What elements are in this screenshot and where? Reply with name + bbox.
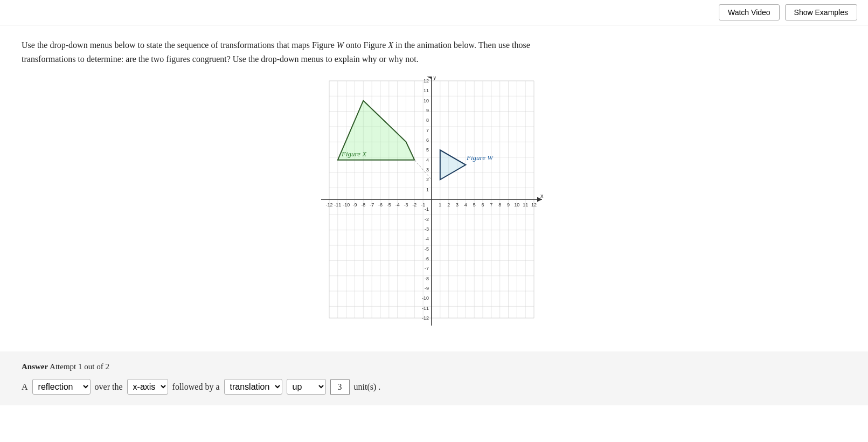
svg-text:10: 10 <box>514 202 519 208</box>
svg-text:-7: -7 <box>370 202 374 208</box>
svg-text:6: 6 <box>481 202 484 208</box>
svg-text:-12: -12 <box>325 202 332 208</box>
question-line1: Use the drop-down menus below to state t… <box>22 40 530 50</box>
answer-section: Answer Attempt 1 out of 2 A reflection r… <box>0 351 868 405</box>
svg-text:9: 9 <box>506 202 509 208</box>
svg-text:9: 9 <box>426 108 428 113</box>
svg-text:3: 3 <box>426 167 428 172</box>
svg-text:8: 8 <box>498 202 501 208</box>
question-text: Use the drop-down menus below to state t… <box>22 38 776 66</box>
svg-text:-9: -9 <box>424 286 428 291</box>
svg-text:2: 2 <box>447 202 450 208</box>
svg-text:7: 7 <box>490 202 492 208</box>
svg-text:-3: -3 <box>404 202 408 208</box>
svg-text:-6: -6 <box>424 256 428 261</box>
attempt-label: Attempt 1 out of 2 <box>50 362 109 371</box>
figure-w-label: Figure W <box>466 154 494 162</box>
top-bar: Watch Video Show Examples <box>0 0 868 25</box>
prefix-label: A <box>22 382 28 392</box>
figure-x-label: Figure X <box>341 150 367 158</box>
svg-text:-11: -11 <box>334 202 341 208</box>
svg-text:5: 5 <box>473 202 475 208</box>
svg-text:1: 1 <box>426 187 428 192</box>
svg-text:11: 11 <box>523 202 528 208</box>
over-the-label: over the <box>95 382 123 392</box>
transformation2-select[interactable]: translation rotation reflection dilation <box>224 379 282 395</box>
svg-text:-4: -4 <box>395 202 399 208</box>
answer-label: Answer Attempt 1 out of 2 <box>22 362 846 371</box>
transformation1-select[interactable]: reflection rotation translation dilation <box>32 379 91 395</box>
answer-strong: Answer <box>22 362 48 371</box>
svg-text:-2: -2 <box>424 217 428 222</box>
svg-text:-10: -10 <box>343 202 350 208</box>
question-section: Use the drop-down menus below to state t… <box>0 25 868 346</box>
svg-text:-7: -7 <box>424 266 428 271</box>
svg-text:-8: -8 <box>361 202 365 208</box>
units-label: unit(s) . <box>354 382 381 392</box>
axis-select[interactable]: x-axis y-axis <box>127 379 168 395</box>
show-examples-button[interactable]: Show Examples <box>785 4 857 20</box>
svg-text:7: 7 <box>426 128 428 133</box>
direction-select[interactable]: up down left right <box>287 379 326 395</box>
svg-text:3: 3 <box>455 202 458 208</box>
svg-text:11: 11 <box>423 88 428 93</box>
graph-container: -12 -11 -10 -9 -8 -7 -6 -5 -4 -3 -2 -1 1… <box>22 77 846 335</box>
svg-text:-4: -4 <box>424 236 428 241</box>
svg-text:1: 1 <box>439 202 441 208</box>
svg-text:-12: -12 <box>421 315 428 321</box>
svg-text:4: 4 <box>464 202 467 208</box>
svg-text:-2: -2 <box>412 202 416 208</box>
svg-text:-5: -5 <box>386 202 391 208</box>
watch-video-button[interactable]: Watch Video <box>719 4 780 20</box>
svg-text:-10: -10 <box>421 295 428 301</box>
svg-text:12: 12 <box>531 202 536 208</box>
svg-text:12: 12 <box>423 78 428 84</box>
svg-text:6: 6 <box>426 137 428 143</box>
coordinate-plane: -12 -11 -10 -9 -8 -7 -6 -5 -4 -3 -2 -1 1… <box>300 77 569 335</box>
svg-text:8: 8 <box>426 118 428 123</box>
svg-text:-9: -9 <box>352 202 357 208</box>
answer-row: A reflection rotation translation dilati… <box>22 379 846 395</box>
svg-text:5: 5 <box>426 147 428 153</box>
units-value: 3 <box>330 379 350 395</box>
svg-text:-6: -6 <box>378 202 382 208</box>
svg-text:-1: -1 <box>424 206 428 212</box>
svg-text:-3: -3 <box>424 226 428 232</box>
svg-text:10: 10 <box>423 98 428 103</box>
svg-text:2: 2 <box>426 177 428 182</box>
y-axis-name: y <box>433 77 436 80</box>
question-line2: transformations to determine: are the tw… <box>22 54 419 64</box>
svg-text:-5: -5 <box>424 246 428 252</box>
svg-text:-11: -11 <box>421 306 428 311</box>
svg-text:-8: -8 <box>424 276 428 281</box>
svg-text:4: 4 <box>426 157 428 163</box>
followed-by-label: followed by a <box>172 382 220 392</box>
x-axis-name: x <box>540 192 544 199</box>
